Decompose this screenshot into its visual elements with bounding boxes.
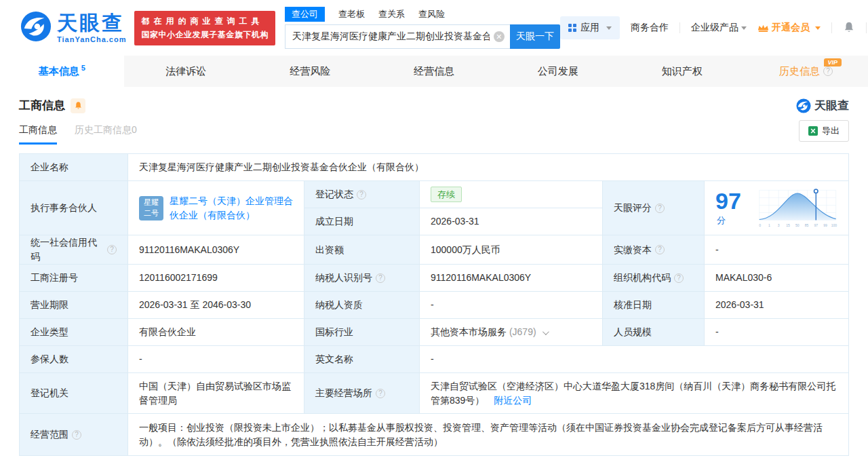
brand-logo[interactable]: 天眼查 TianYanCha.com <box>20 11 126 45</box>
field-value-address: 天津自贸试验区（空港经济区）中心大道华盈大厦318房间（纳百川（天津）商务秘书有… <box>420 373 849 414</box>
brand-domain: TianYanCha.com <box>57 35 126 43</box>
industry-code: (J679) <box>509 326 536 337</box>
field-label-reg-number: 工商注册号 <box>20 265 128 292</box>
search-input[interactable] <box>285 24 510 49</box>
section-title: 工商信息 <box>19 98 65 113</box>
apps-menu-label: 应用 <box>580 22 599 34</box>
field-label-capital: 出资额 <box>304 235 420 265</box>
search-area: 查公司 查老板 查关系 查风险 ✕ 天眼一下 <box>285 7 560 49</box>
tianyan-score: 97分 <box>715 186 837 231</box>
field-value-taxpayer-id: 91120116MAKAL0306Y <box>420 265 603 292</box>
chevron-down-icon <box>606 26 612 30</box>
field-label-executive-partner: 执行事务合伙人 <box>20 181 128 235</box>
excel-icon <box>808 126 818 136</box>
export-button-label: 导出 <box>822 125 840 137</box>
business-info-section: 工商信息 天眼查 工商信息 历史工商信息0 导出 <box>0 87 868 460</box>
search-tab-company[interactable]: 查公司 <box>285 7 325 22</box>
vip-badge: VIP <box>824 58 842 66</box>
svg-text:50: 50 <box>795 223 800 227</box>
field-label-reg-authority: 登记机关 <box>20 373 128 414</box>
svg-text:3: 3 <box>777 223 779 227</box>
svg-text:0: 0 <box>759 223 761 227</box>
help-icon[interactable]: ? <box>655 204 665 213</box>
svg-text:1: 1 <box>768 223 770 227</box>
export-button[interactable]: 导出 <box>799 120 849 142</box>
tab-operation-info[interactable]: 经营信息 <box>372 56 496 87</box>
field-label-org-code: 组织机构代码? <box>603 265 705 292</box>
apps-menu[interactable]: 应用 <box>560 16 620 39</box>
tab-business-risk[interactable]: 经营风险 <box>248 56 372 87</box>
subtab-history-business-info[interactable]: 历史工商信息0 <box>75 124 137 145</box>
field-value-uscc: 91120116MAKAL0306Y <box>128 235 304 265</box>
field-value-capital: 100000万人民币 <box>420 235 603 265</box>
field-label-staff-size: 人员规模 <box>603 319 705 346</box>
brand-logo-icon <box>20 11 52 45</box>
help-icon[interactable]: ? <box>674 273 684 283</box>
divider <box>866 22 867 33</box>
monitor-bell-icon[interactable] <box>71 98 85 113</box>
help-icon[interactable]: ? <box>823 66 833 76</box>
menu-business-cooperation[interactable]: 商务合作 <box>631 22 669 34</box>
search-tab-risk[interactable]: 查风险 <box>418 8 445 20</box>
field-label-reg-status: 登记状态? <box>304 181 420 208</box>
nearby-companies-link[interactable]: 附近公司 <box>494 395 532 406</box>
watermark-text: 天眼查 <box>814 98 849 113</box>
search-tab-boss[interactable]: 查老板 <box>338 8 365 20</box>
help-icon[interactable]: ? <box>72 430 81 440</box>
partner-badge: 星耀二号 <box>139 196 163 221</box>
promo-banner: 都在用的商业查询工具 国家中小企业发展子基金旗下机构 <box>134 11 275 45</box>
svg-text:97: 97 <box>814 223 818 227</box>
tab-company-development[interactable]: 公司发展 <box>496 56 620 87</box>
chevron-down-icon[interactable] <box>542 328 549 335</box>
watermark-logo: 天眼查 <box>796 98 849 113</box>
notification-bell-icon[interactable] <box>843 21 855 35</box>
help-icon[interactable]: ? <box>376 389 385 398</box>
top-menu: 应用 商务合作 企业级产品 开通会员 费米 <box>560 16 868 39</box>
search-button[interactable]: 天眼一下 <box>510 24 560 49</box>
partner-link[interactable]: 星耀二号（天津）企业管理合伙企业（有限合伙） <box>170 194 293 223</box>
vip-menu-label: 开通会员 <box>772 22 810 34</box>
apps-grid-icon <box>568 24 576 32</box>
brand-name: 天眼查 <box>57 13 126 33</box>
field-label-tianyan-score: 天眼评分? <box>603 181 705 235</box>
field-label-company-name: 企业名称 <box>20 154 128 181</box>
address-text: 天津自贸试验区（空港经济区）中心大道华盈大厦318房间（纳百川（天津）商务秘书有… <box>431 381 835 406</box>
field-label-uscc: 统一社会信用代码? <box>20 235 128 265</box>
field-value-tianyan-score: 97分 <box>705 181 849 235</box>
vip-upgrade-menu[interactable]: 开通会员 <box>757 22 821 34</box>
business-info-table: 企业名称 天津复星海河医疗健康产业二期创业投资基金合伙企业（有限合伙） 执行事务… <box>19 153 849 456</box>
svg-text:85: 85 <box>804 223 808 227</box>
tab-intellectual-property[interactable]: 知识产权 <box>620 56 744 87</box>
crown-icon <box>757 24 769 33</box>
tab-basic-info[interactable]: 基本信息 5 <box>0 56 124 87</box>
help-icon[interactable]: ? <box>357 190 366 199</box>
field-value-business-scope: 一般项目：创业投资（限投资未上市企业）；以私募基金从事股权投资、投资管理、资产管… <box>128 414 849 456</box>
help-icon[interactable]: ? <box>376 273 385 283</box>
field-label-company-type: 企业类型 <box>20 319 128 346</box>
nav-tabs: 基本信息 5 法律诉讼 经营风险 经营信息 公司发展 知识产权 VIP 历史信息… <box>0 56 868 87</box>
field-value-reg-number: 120116002171699 <box>128 265 304 292</box>
score-unit: 分 <box>717 215 726 225</box>
field-label-taxpayer-id: 纳税人识别号? <box>304 265 420 292</box>
menu-enterprise-products[interactable]: 企业级产品 <box>691 22 747 34</box>
field-value-established-date: 2026-03-31 <box>420 208 603 235</box>
tab-history-info[interactable]: VIP 历史信息 ? <box>744 56 868 87</box>
tab-legal-proceedings[interactable]: 法律诉讼 <box>124 56 248 87</box>
field-label-paid-capital: 实缴资本? <box>603 235 705 265</box>
field-label-taxpayer-quality: 纳税人资质 <box>304 292 420 319</box>
watermark-logo-icon <box>796 98 811 113</box>
subtab-business-info[interactable]: 工商信息 <box>19 124 57 145</box>
help-icon[interactable]: ? <box>107 245 117 254</box>
field-label-english-name: 英文名称 <box>304 346 420 373</box>
tab-basic-info-label: 基本信息 <box>39 65 79 78</box>
field-value-business-term: 2026-03-31 至 2046-03-30 <box>128 292 304 319</box>
chevron-down-icon <box>741 26 747 30</box>
search-tab-relation[interactable]: 查关系 <box>378 8 405 20</box>
menu-enterprise-label: 企业级产品 <box>691 22 738 33</box>
divider <box>831 22 832 33</box>
promo-line1: 都在用的商业查询工具 <box>141 16 269 27</box>
field-value-company-name: 天津复星海河医疗健康产业二期创业投资基金合伙企业（有限合伙） <box>128 154 849 181</box>
field-value-paid-capital: - <box>705 235 849 265</box>
clear-icon[interactable]: ✕ <box>494 31 505 42</box>
help-icon[interactable]: ? <box>655 245 665 254</box>
